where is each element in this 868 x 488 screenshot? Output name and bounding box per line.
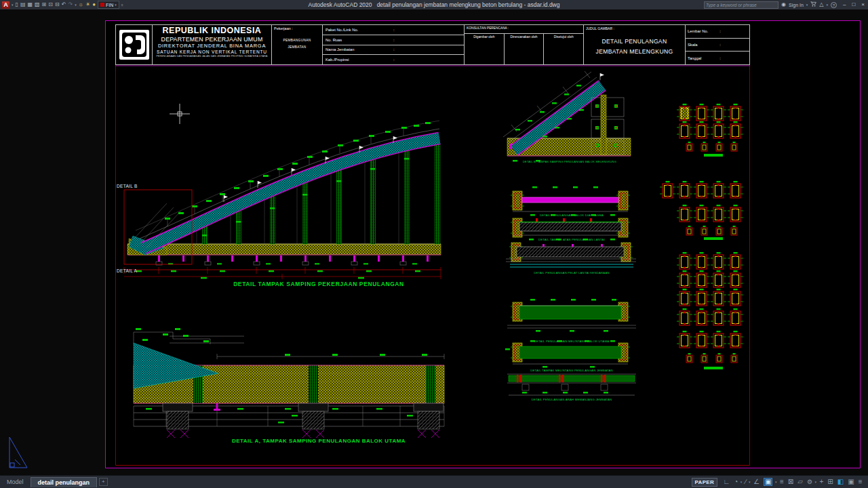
- layer-name: FIN: [106, 3, 113, 7]
- qat-menu-icon[interactable]: ≡: [121, 3, 123, 7]
- field-row-jembatan: Nama Jembatan:: [323, 45, 464, 56]
- transparency-icon[interactable]: ⊠: [788, 479, 793, 485]
- agency-line-2: DEPARTEMEN PEKERJAAN UMUM: [153, 36, 271, 43]
- snap-caret-icon[interactable]: ▾: [741, 480, 743, 484]
- sun-icon[interactable]: ☀: [85, 2, 90, 7]
- judul-line-1: DETAIL PENULANGAN: [584, 37, 685, 47]
- paperspace-ucs-icon: [9, 437, 27, 468]
- meta-row-skala: Skala:: [686, 39, 749, 52]
- quick-access-toolbar: A ▾ ▯ ▤ ▦ ▧ ⊞ ⊡ ⊟ ↶ ↷ ▾ ☼ ☀ ● FIN ▾ ≡: [0, 1, 123, 9]
- judul-line-2: JEMBATAN MELENGKUNG: [584, 47, 685, 57]
- meta-cell: Lembar No.: Skala: Tanggal:: [686, 25, 749, 64]
- pekerjaan-value-2: JEMBATAN: [272, 44, 322, 51]
- agency-block: REPUBLIK INDONESIA DEPARTEMEN PEKERJAAN …: [153, 25, 272, 64]
- search-input[interactable]: [704, 1, 778, 9]
- app-menu-caret-icon[interactable]: ▾: [12, 3, 14, 7]
- redo-caret-icon[interactable]: ▾: [75, 3, 77, 7]
- object-snap-caret-icon[interactable]: ▾: [775, 480, 777, 484]
- open-icon[interactable]: ▤: [20, 2, 26, 7]
- tab-model[interactable]: Model: [0, 477, 31, 487]
- save-icon[interactable]: ▦: [27, 2, 33, 7]
- search-icon[interactable]: ◉: [781, 2, 786, 7]
- section-caption-3[interactable]: DETAIL PENULANGAN PELAT LANTAI KENDARAAN: [534, 271, 610, 274]
- bulb-icon[interactable]: ☼: [79, 2, 83, 7]
- maximize-button[interactable]: □: [852, 2, 855, 7]
- a360-icon[interactable]: △: [819, 2, 823, 7]
- print-icon[interactable]: ⊟: [55, 2, 60, 7]
- customization-add-icon[interactable]: +: [820, 479, 824, 485]
- agency-line-5: PERENCANAAN DAN PENGAWASAN JALAN DAN JEM…: [153, 55, 271, 59]
- layout-sheet: DETAIL B DETAIL A DETAIL TAMPAK SAMPING …: [0, 9, 868, 476]
- titlebar-right: ◉ Sign In ▾ △ ▾ ? – □ ×: [704, 1, 868, 9]
- undo-icon[interactable]: ↶: [62, 2, 66, 7]
- isodraft-icon[interactable]: ∕: [745, 479, 747, 485]
- redo-icon[interactable]: ↷: [68, 2, 73, 7]
- titlebar: A ▾ ▯ ▤ ▦ ▧ ⊞ ⊡ ⊟ ↶ ↷ ▾ ☼ ☀ ● FIN ▾ ≡ Au…: [0, 0, 868, 9]
- autocad-window: A ▾ ▯ ▤ ▦ ▧ ⊞ ⊡ ⊟ ↶ ↷ ▾ ☼ ☀ ● FIN ▾ ≡ Au…: [0, 0, 868, 488]
- snap-icon[interactable]: ◔: [734, 479, 738, 485]
- new-layout-button[interactable]: +: [99, 478, 108, 486]
- status-toggles: PAPER ∟ ◔ ▾ ∕ ▾ ∠ ▣ ▾ ≡ ⊠ ▱ ⚙ ▾ + ⊞ ◧ ▣ …: [692, 478, 868, 487]
- signin-caret-icon[interactable]: ▾: [806, 3, 808, 7]
- statusbar: Model detail penulangan + PAPER ∟ ◔ ▾ ∕ …: [0, 475, 868, 488]
- judul-label: JUDUL GAMBAR :: [586, 26, 614, 30]
- section-caption-2[interactable]: DETAIL TAMPAK ATAS PENULANGAN LANTAI: [538, 238, 605, 241]
- publish-icon[interactable]: ⊡: [48, 2, 53, 7]
- paper-space-button[interactable]: PAPER: [692, 478, 717, 487]
- isodraft-caret-icon[interactable]: ▾: [749, 480, 751, 484]
- konsultan-cell: KONSULTAN PERENCANA : Digambar oleh Dire…: [465, 25, 584, 64]
- app-menu-button[interactable]: A: [2, 1, 9, 9]
- cart-icon[interactable]: [810, 1, 816, 8]
- konsultan-col-disetujui: Disetujui oleh: [544, 34, 583, 64]
- main-view-caption[interactable]: DETAIL TAMPAK SAMPING PEKERJAAN PENULANG…: [233, 281, 404, 287]
- lineweight-icon[interactable]: ≡: [780, 479, 784, 485]
- workspace-caret-icon[interactable]: ▾: [815, 480, 817, 484]
- help-icon[interactable]: ?: [831, 2, 837, 8]
- pekerjaan-value-1: PEMBANGUNAN: [272, 37, 322, 44]
- agency-line-4: SATUAN KERJA NON VERTIKAL TERTENTU: [153, 49, 271, 56]
- detail-a-label[interactable]: DETAIL A: [117, 268, 138, 273]
- signin-label[interactable]: Sign In: [789, 3, 804, 7]
- layer-color-swatch: [100, 3, 104, 7]
- a360-caret-icon[interactable]: ▾: [827, 3, 829, 7]
- close-button[interactable]: ×: [861, 2, 865, 7]
- pu-logo: [116, 25, 153, 64]
- title-block: REPUBLIK INDONESIA DEPARTEMEN PEKERJAAN …: [115, 24, 750, 65]
- field-row-paket: Paket No./Link No.:: [323, 25, 464, 35]
- section-caption-5[interactable]: DETAIL TAMPAK MELINTANG PENULANGAN JEMBA…: [530, 369, 613, 372]
- annotation-monitor-icon[interactable]: ⊞: [827, 479, 833, 485]
- konsultan-header: KONSULTAN PERENCANA :: [465, 25, 583, 34]
- pekerjaan-cell: Pekerjaan : PEMBANGUNAN JEMBATAN: [272, 25, 323, 64]
- detail-b-label[interactable]: DETAIL B: [117, 184, 138, 188]
- object-snap-icon[interactable]: ▣: [764, 478, 772, 486]
- lock-icon[interactable]: ●: [92, 2, 96, 7]
- meta-row-lembar: Lembar No.:: [686, 25, 749, 39]
- polar-tracking-icon[interactable]: ∠: [753, 479, 760, 485]
- layer-selector[interactable]: FIN ▾: [98, 1, 119, 9]
- qnew-icon[interactable]: ▯: [16, 2, 18, 7]
- annotation-visibility-icon[interactable]: ▱: [797, 479, 803, 485]
- field-row-ruas: No. Ruas:: [323, 35, 464, 45]
- ortho-icon[interactable]: ∟: [724, 479, 730, 485]
- section-caption-6[interactable]: DETAIL PENULANGAN ARAH MEMANJANG JEMBATA…: [532, 398, 612, 401]
- konsultan-col-digambar: Digambar oleh: [465, 34, 505, 64]
- plot-icon[interactable]: ⊞: [42, 2, 47, 7]
- beam-view-caption[interactable]: DETAIL A, TAMPAK SAMPING PENULANGAN BALO…: [232, 438, 406, 444]
- graphics-performance-icon[interactable]: ◧: [837, 479, 844, 485]
- judul-cell: JUDUL GAMBAR : DETAIL PENULANGAN JEMBATA…: [584, 25, 686, 64]
- meta-row-tanggal: Tanggal:: [686, 52, 749, 64]
- customization-menu-icon[interactable]: ≡: [859, 479, 863, 485]
- workspace-switching-icon[interactable]: ⚙: [807, 479, 812, 485]
- pekerjaan-label: Pekerjaan :: [274, 26, 293, 30]
- detail-b-view-caption[interactable]: DETAIL B, TAMPAK SAMPING PENULANGAN BALO…: [523, 160, 616, 163]
- field-row-kab: Kab./Propinsi:: [323, 55, 464, 64]
- drawing-canvas[interactable]: DETAIL B DETAIL A DETAIL TAMPAK SAMPING …: [0, 9, 868, 476]
- agency-line-1: REPUBLIK INDONESIA: [153, 26, 271, 36]
- konsultan-col-direncanakan: Direncanakan oleh: [505, 34, 545, 64]
- isolate-objects-icon[interactable]: ▣: [848, 479, 854, 485]
- save-as-icon[interactable]: ▧: [35, 2, 40, 7]
- project-fields: Paket No./Link No.: No. Ruas: Nama Jemba…: [323, 25, 465, 64]
- minimize-button[interactable]: –: [843, 2, 846, 7]
- section-caption-4[interactable]: DETAIL PENULANGAN MELINTANG BALOK UTAMA: [534, 340, 610, 343]
- tab-detail-penulangan[interactable]: detail penulangan: [31, 477, 98, 487]
